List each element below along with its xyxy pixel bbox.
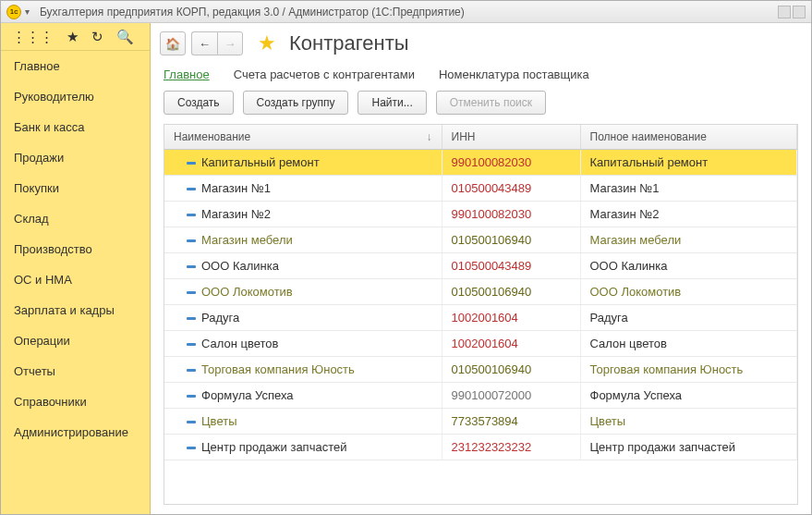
item-icon [187, 421, 196, 423]
page-title: Контрагенты [289, 31, 409, 55]
forward-button[interactable]: → [217, 31, 243, 55]
find-button[interactable]: Найти... [358, 91, 426, 115]
cell-inn: 010500106940 [442, 279, 580, 305]
table-container[interactable]: Наименование↓ ИНН Полное наименование Ка… [164, 124, 798, 505]
item-icon [187, 317, 196, 320]
sidebar-item-1[interactable]: Руководителю [1, 81, 150, 112]
star-icon[interactable]: ★ [258, 31, 276, 55]
create-button[interactable]: Создать [164, 91, 234, 115]
main-panel: 🏠 ← → ★ Контрагенты ГлавноеСчета расчето… [151, 23, 811, 514]
subnav-item-0[interactable]: Главное [164, 67, 210, 81]
sidebar-item-8[interactable]: Зарплата и кадры [1, 295, 150, 325]
cell-inn: 990100082030 [442, 202, 580, 227]
item-icon [187, 343, 196, 346]
create-group-button[interactable]: Создать группу [243, 91, 349, 115]
cell-name: Магазин №1 [201, 181, 271, 195]
app-window: 1c ▾ Бухгалтерия предприятия КОРП, редак… [0, 0, 812, 515]
cell-full: ООО Калинка [580, 253, 797, 279]
back-button[interactable]: ← [191, 31, 217, 55]
cell-full: Капитальный ремонт [580, 150, 797, 176]
cell-inn: 010500043489 [442, 176, 580, 202]
toolbar: 🏠 ← → ★ Контрагенты [151, 23, 811, 64]
cell-name: ООО Локомотив [201, 285, 293, 299]
item-icon [187, 291, 196, 294]
favorite-icon[interactable]: ★ [67, 29, 79, 45]
nav-group: ← → [191, 31, 243, 55]
table-row[interactable]: Магазин №2990100082030Магазин №2 [164, 202, 797, 227]
cell-full: Магазин мебели [580, 227, 797, 253]
col-full[interactable]: Полное наименование [580, 125, 797, 150]
contractors-table: Наименование↓ ИНН Полное наименование Ка… [164, 125, 797, 460]
item-icon [187, 239, 196, 242]
cell-inn: 990100082030 [442, 150, 580, 176]
cell-name: Центр продажи запчастей [201, 440, 346, 454]
sidebar-item-7[interactable]: ОС и НМА [1, 264, 150, 295]
cell-inn: 1002001604 [442, 305, 580, 331]
apps-icon[interactable]: ⋮⋮⋮ [12, 29, 54, 45]
cell-name: Цветы [201, 414, 236, 428]
sidebar: ⋮⋮⋮ ★ ↻ 🔍 ГлавноеРуководителюБанк и касс… [1, 23, 151, 514]
item-icon [187, 162, 196, 165]
subnav-item-1[interactable]: Счета расчетов с контрагентами [234, 67, 415, 81]
history-icon[interactable]: ↻ [91, 29, 103, 45]
table-row[interactable]: Торговая компания Юность010500106940Торг… [164, 357, 797, 383]
cell-full: Формула Успеха [580, 383, 797, 409]
table-row[interactable]: Капитальный ремонт990100082030Капитальны… [164, 150, 797, 176]
item-icon [187, 395, 196, 398]
sidebar-item-5[interactable]: Склад [1, 203, 150, 234]
cell-name: Формула Успеха [201, 388, 294, 402]
cell-full: Торговая компания Юность [580, 357, 797, 383]
cell-full: Цветы [580, 409, 797, 435]
cell-inn: 010500043489 [442, 253, 580, 279]
cell-name: Магазин мебели [201, 233, 293, 247]
sidebar-item-6[interactable]: Производство [1, 234, 150, 264]
sort-indicator: ↓ [427, 130, 432, 143]
app-icon: 1c [6, 5, 21, 19]
subnav-item-2[interactable]: Номенклатура поставщика [439, 67, 589, 81]
cell-full: Радуга [580, 305, 797, 331]
cell-inn: 7733573894 [442, 409, 580, 435]
sidebar-item-9[interactable]: Операции [1, 325, 150, 356]
minimize-button[interactable] [778, 6, 791, 18]
cell-name: Салон цветов [201, 337, 278, 350]
search-icon[interactable]: 🔍 [116, 29, 134, 45]
cell-inn: 010500106940 [442, 357, 580, 383]
table-row[interactable]: Магазин мебели010500106940Магазин мебели [164, 227, 797, 253]
cell-inn: 010500106940 [442, 227, 580, 253]
table-row[interactable]: Салон цветов1002001604Салон цветов [164, 331, 797, 357]
item-icon [187, 369, 196, 372]
cell-name: Магазин №2 [201, 207, 271, 221]
home-button[interactable]: 🏠 [160, 31, 186, 55]
sidebar-item-10[interactable]: Отчеты [1, 356, 150, 386]
table-row[interactable]: ООО Калинка010500043489ООО Калинка [164, 253, 797, 279]
action-bar: Создать Создать группу Найти... Отменить… [151, 91, 811, 124]
subnav: ГлавноеСчета расчетов с контрагентамиНом… [151, 64, 811, 91]
table-row[interactable]: ООО Локомотив010500106940ООО Локомотив [164, 279, 797, 305]
sidebar-item-0[interactable]: Главное [1, 51, 150, 81]
table-row[interactable]: Центр продажи запчастей231232323232Центр… [164, 435, 797, 460]
sidebar-iconbar: ⋮⋮⋮ ★ ↻ 🔍 [1, 23, 150, 51]
table-row[interactable]: Магазин №1010500043489Магазин №1 [164, 176, 797, 202]
cancel-search-button: Отменить поиск [436, 91, 546, 115]
maximize-button[interactable] [793, 6, 806, 18]
item-icon [187, 447, 196, 449]
sidebar-item-12[interactable]: Администрирование [1, 417, 150, 448]
table-row[interactable]: Формула Успеха990100072000Формула Успеха [164, 383, 797, 409]
cell-inn: 990100072000 [442, 383, 580, 409]
table-header-row: Наименование↓ ИНН Полное наименование [164, 125, 797, 150]
table-body: Капитальный ремонт990100082030Капитальны… [164, 150, 797, 460]
sidebar-item-2[interactable]: Банк и касса [1, 112, 150, 142]
table-row[interactable]: Радуга1002001604Радуга [164, 305, 797, 331]
col-name[interactable]: Наименование↓ [164, 125, 442, 150]
col-inn[interactable]: ИНН [442, 125, 580, 150]
sidebar-item-3[interactable]: Продажи [1, 142, 150, 173]
sidebar-items: ГлавноеРуководителюБанк и кассаПродажиПо… [1, 51, 150, 514]
table-row[interactable]: Цветы7733573894Цветы [164, 409, 797, 435]
titlebar: 1c ▾ Бухгалтерия предприятия КОРП, редак… [1, 1, 811, 23]
cell-name: Капитальный ремонт [201, 155, 320, 169]
dropdown-icon[interactable]: ▾ [25, 6, 34, 17]
sidebar-item-4[interactable]: Покупки [1, 173, 150, 203]
sidebar-item-11[interactable]: Справочники [1, 386, 150, 417]
item-icon [187, 214, 196, 216]
window-title: Бухгалтерия предприятия КОРП, редакция 3… [40, 6, 776, 18]
